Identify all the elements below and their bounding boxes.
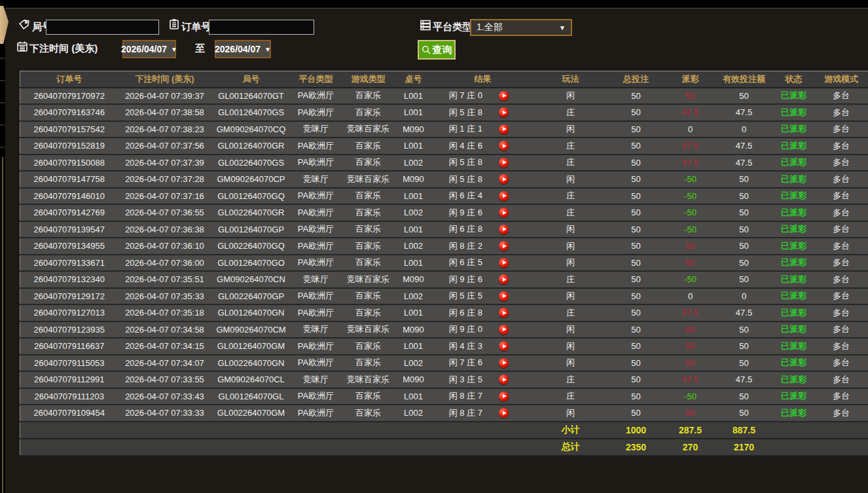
table-number-cell: M090: [396, 321, 431, 338]
sidebar-edge-line: [2, 157, 3, 493]
status-cell: 已派彩: [773, 137, 815, 155]
valid-bet-cell: 50: [715, 171, 773, 188]
result-text: 闲 7 庄 0: [433, 90, 499, 101]
game-mode-cell: 多台: [815, 321, 868, 338]
total-label: 总计: [535, 439, 607, 456]
replay-icon[interactable]: [499, 191, 509, 201]
status-cell: 已派彩: [773, 405, 815, 422]
replay-icon[interactable]: [499, 408, 509, 418]
result-text: 闲 5 庄 8: [433, 107, 499, 119]
round-input[interactable]: [46, 20, 159, 35]
replay-icon[interactable]: [499, 141, 509, 151]
column-header: 桌号: [396, 71, 431, 88]
replay-icon[interactable]: [499, 274, 509, 284]
order-number-cell: 260407079116637: [20, 338, 118, 355]
total-bet-cell: 50: [607, 288, 666, 305]
payout-cell: 47.5: [666, 104, 715, 121]
game-mode-cell: 多台: [815, 121, 868, 138]
table-row: 2604070791709722026-04-07 07:39:37GL0012…: [20, 88, 868, 105]
valid-bet-cell: 50: [715, 405, 773, 422]
status-cell: 已派彩: [773, 288, 815, 305]
round-number-cell: GM090264070CQ: [211, 121, 291, 138]
table-row: 2604070791349552026-04-07 07:36:10GL0022…: [20, 238, 868, 255]
replay-icon[interactable]: [499, 358, 509, 368]
replay-icon[interactable]: [499, 374, 509, 384]
table-row: 2604070791166372026-04-07 07:34:15GL0012…: [20, 338, 868, 355]
replay-icon[interactable]: [499, 124, 509, 134]
date-from-select[interactable]: 2026/04/07 ▼: [122, 40, 176, 58]
bet-time-filter-label: 下注时间 (美东): [29, 43, 98, 55]
status-cell: 已派彩: [773, 221, 815, 238]
result-text: 闲 5 庄 8: [433, 173, 499, 185]
total-bet-cell: 50: [607, 204, 666, 221]
date-from-value: 2026/04/07: [121, 44, 167, 54]
round-number-cell: GL001264070GP: [211, 221, 291, 238]
replay-icon[interactable]: [499, 241, 509, 251]
payout-cell: 0: [666, 288, 715, 305]
replay-icon[interactable]: [499, 158, 509, 168]
round-number-cell: GL002264070GN: [211, 355, 291, 372]
game-mode-cell: 多台: [815, 221, 868, 238]
game-type-cell: 百家乐: [341, 204, 396, 221]
replay-icon[interactable]: [499, 225, 509, 234]
play-type-cell: 闲: [535, 288, 607, 305]
main-panel: 局号 订单号 平台类型 1.全部 ▼ 下注时间 (美东) 2026/04/07 …: [5, 8, 868, 493]
round-number-cell: GM090264070CL: [211, 371, 291, 388]
platform-cell: PA欧洲厅: [291, 88, 341, 105]
platform-cell: PA欧洲厅: [291, 221, 341, 238]
order-number-cell: 260407079150088: [20, 155, 118, 172]
order-filter-label: 订单号: [181, 21, 211, 33]
status-cell: 已派彩: [773, 121, 815, 138]
replay-icon[interactable]: [499, 392, 509, 401]
date-to-select[interactable]: 2026/04/07 ▼: [215, 40, 271, 58]
total-bet-cell: 50: [607, 121, 666, 138]
total-bet-cell: 50: [607, 137, 666, 155]
replay-icon[interactable]: [499, 341, 509, 351]
round-number-cell: GL001264070GM: [211, 338, 291, 355]
game-type-cell: 百家乐: [341, 338, 396, 355]
column-header: 玩法: [535, 71, 607, 88]
platform-cell: PA欧洲厅: [291, 255, 341, 272]
replay-icon[interactable]: [499, 308, 509, 318]
bet-time-cell: 2026-04-07 07:33:43: [118, 388, 211, 405]
replay-icon[interactable]: [499, 107, 509, 117]
replay-icon[interactable]: [499, 258, 509, 268]
table-row: 2604070791112032026-04-07 07:33:43GL0012…: [20, 388, 868, 405]
result-cell: 闲 1 庄 1: [431, 121, 535, 138]
play-type-cell: 庄: [535, 388, 607, 405]
replay-icon[interactable]: [499, 174, 509, 184]
table-number-cell: L001: [396, 137, 431, 155]
payout-cell: 47.5: [666, 304, 715, 321]
game-type-cell: 百家乐: [341, 155, 396, 172]
status-cell: 已派彩: [773, 238, 815, 255]
search-button[interactable]: 查询: [418, 40, 456, 60]
play-type-cell: 庄: [535, 271, 607, 288]
order-number-cell: 260407079152819: [20, 137, 118, 155]
order-input[interactable]: [209, 20, 314, 35]
platform-cell: PA欧洲厅: [291, 204, 341, 221]
result-cell: 闲 7 庄 0: [431, 88, 535, 105]
game-mode-cell: 多台: [815, 255, 868, 272]
bet-time-cell: 2026-04-07 07:37:16: [118, 188, 211, 205]
order-number-cell: 260407079157542: [20, 121, 118, 138]
column-header: 有效投注额: [715, 71, 773, 88]
table-number-cell: L001: [396, 88, 431, 105]
replay-icon[interactable]: [499, 291, 509, 301]
game-type-cell: 百家乐: [341, 88, 396, 105]
replay-icon[interactable]: [499, 208, 509, 217]
round-number-cell: GM090264070CP: [211, 171, 291, 188]
replay-icon[interactable]: [499, 91, 509, 101]
bet-time-cell: 2026-04-07 07:39:37: [118, 88, 211, 105]
result-cell: 闲 9 庄 0: [431, 321, 535, 338]
table-row: 2604070791270132026-04-07 07:35:18GL0012…: [20, 304, 868, 321]
payout-cell: -50: [666, 171, 715, 188]
game-mode-cell: 多台: [815, 88, 868, 105]
platform-select[interactable]: 1.全部 ▼: [470, 19, 572, 36]
total-total-bet: 2350: [607, 439, 666, 456]
platform-cell: PA欧洲厅: [291, 188, 341, 205]
play-type-cell: 闲: [535, 321, 607, 338]
game-mode-cell: 多台: [815, 238, 868, 255]
table-number-cell: L002: [396, 355, 431, 372]
replay-icon[interactable]: [499, 325, 509, 335]
table-number-cell: M090: [396, 371, 431, 388]
